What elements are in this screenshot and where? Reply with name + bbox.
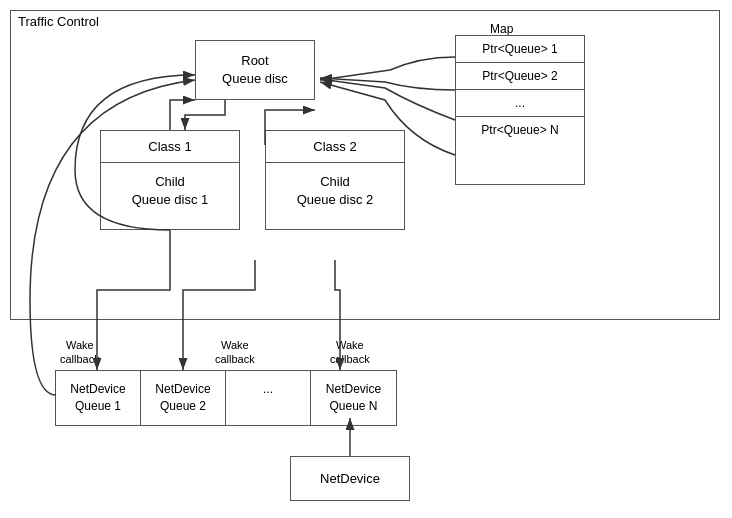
map-row-4: Ptr<Queue> N — [456, 117, 584, 143]
wake-callback-2: Wakecallback — [215, 338, 255, 367]
class2-box: Class 2 Child Queue disc 2 — [265, 130, 405, 230]
class2-body: Child Queue disc 2 — [266, 163, 404, 219]
map-label: Map — [490, 22, 513, 36]
netdev-queue-n: NetDevice Queue N — [311, 371, 396, 425]
netdev-queue-1: NetDevice Queue 1 — [56, 371, 141, 425]
class1-box: Class 1 Child Queue disc 1 — [100, 130, 240, 230]
page-title: Traffic Control — [18, 14, 99, 29]
netdev-queue-2: NetDevice Queue 2 — [141, 371, 226, 425]
class1-header: Class 1 — [101, 131, 239, 163]
root-qdisc-label2: Queue disc — [222, 71, 288, 86]
map-box: Ptr<Queue> 1 Ptr<Queue> 2 ... Ptr<Queue>… — [455, 35, 585, 185]
wake-callback-3: Wakecallback — [330, 338, 370, 367]
map-row-3: ... — [456, 90, 584, 117]
map-row-2: Ptr<Queue> 2 — [456, 63, 584, 90]
netdev-queues-container: NetDevice Queue 1 NetDevice Queue 2 ... … — [55, 370, 397, 426]
root-qdisc-box: Root Queue disc — [195, 40, 315, 100]
netdevice-box: NetDevice — [290, 456, 410, 501]
class1-body: Child Queue disc 1 — [101, 163, 239, 219]
class2-header: Class 2 — [266, 131, 404, 163]
wake-callback-1: Wakecallback — [60, 338, 100, 367]
root-qdisc-label1: Root — [241, 53, 268, 68]
netdev-queue-dots: ... — [226, 371, 311, 425]
map-row-1: Ptr<Queue> 1 — [456, 36, 584, 63]
